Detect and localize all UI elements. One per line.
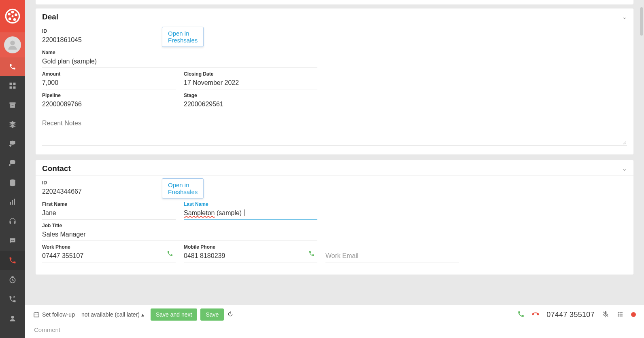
svg-point-34 [618, 315, 619, 317]
nav-dashboard[interactable] [0, 76, 25, 95]
svg-point-23 [13, 240, 14, 241]
mobile-phone-label: Mobile Phone [184, 244, 317, 250]
svg-rect-13 [10, 104, 15, 108]
svg-point-29 [620, 312, 621, 313]
deal-stage-value: 22000629561 [184, 99, 317, 111]
svg-point-4 [9, 17, 11, 20]
hangup-icon[interactable] [532, 311, 539, 319]
deal-notes-field[interactable] [42, 120, 627, 146]
set-followup-button[interactable]: Set follow-up [33, 311, 75, 318]
deal-name-label: Name [42, 50, 317, 55]
deal-pipeline-label: Pipeline [42, 93, 176, 98]
set-followup-label: Set follow-up [42, 311, 75, 318]
svg-point-35 [620, 315, 621, 317]
deal-title: Deal [42, 13, 58, 21]
content-scroll[interactable]: Deal ⌄ ID 22001861045 Open in Freshsales… [25, 0, 644, 338]
nav-chat[interactable] [0, 231, 25, 251]
work-email-input[interactable] [325, 251, 459, 262]
svg-point-36 [621, 315, 623, 317]
svg-point-25 [11, 316, 14, 319]
svg-rect-9 [13, 83, 16, 85]
open-deal-freshsales-button[interactable]: Open in Freshsales [162, 27, 204, 47]
call-mobile-phone-icon[interactable] [308, 250, 315, 258]
nav-archive[interactable] [0, 95, 25, 115]
svg-rect-11 [13, 87, 16, 89]
call-icon[interactable] [517, 311, 525, 319]
nav-db-in[interactable] [0, 134, 25, 154]
scrollbar-thumb[interactable] [640, 7, 643, 36]
work-phone-input[interactable] [42, 251, 176, 262]
deal-name-input[interactable] [42, 57, 317, 68]
mobile-phone-input[interactable] [184, 251, 317, 262]
deal-amount-input[interactable] [42, 78, 176, 89]
first-name-label: First Name [42, 201, 176, 207]
svg-point-33 [621, 313, 623, 315]
svg-point-7 [10, 41, 15, 46]
nav-phone[interactable] [0, 251, 25, 270]
work-phone-label: Work Phone [42, 244, 176, 250]
dialpad-icon[interactable] [616, 311, 624, 319]
caret-up-icon: ▴ [141, 311, 144, 318]
deal-panel: Deal ⌄ ID 22001861045 Open in Freshsales… [36, 8, 633, 154]
nav-layers[interactable] [0, 115, 25, 134]
svg-rect-10 [10, 87, 12, 89]
svg-point-3 [13, 18, 16, 21]
contact-panel: Contact ⌄ ID 22024344667 Open in Freshsa… [36, 160, 633, 275]
nav-database[interactable] [0, 173, 25, 192]
svg-point-31 [618, 313, 619, 315]
svg-point-30 [621, 312, 623, 313]
main: Deal ⌄ ID 22001861045 Open in Freshsales… [25, 0, 644, 338]
deal-amount-label: Amount [42, 71, 176, 77]
svg-point-22 [12, 240, 13, 241]
call-work-phone-icon[interactable] [167, 250, 173, 258]
svg-point-5 [8, 13, 11, 16]
svg-rect-19 [12, 200, 13, 205]
svg-rect-12 [10, 102, 16, 104]
deal-closing-label: Closing Date [184, 71, 317, 77]
save-button[interactable]: Save [200, 308, 224, 321]
comment-input[interactable] [34, 326, 635, 333]
call-footer: Set follow-up not available (call later)… [25, 305, 644, 338]
sidebar [0, 0, 25, 338]
svg-point-6 [12, 15, 14, 17]
contact-title: Contact [42, 164, 71, 173]
deal-id-value: 22001861045 [42, 35, 176, 46]
last-name-input[interactable]: Sampleton (sample) [184, 208, 317, 220]
reset-icon[interactable] [227, 311, 234, 319]
deal-closing-input[interactable] [184, 78, 317, 89]
svg-point-2 [15, 13, 17, 16]
svg-rect-14 [12, 105, 14, 106]
active-phone-number: 07447 355107 [546, 311, 595, 319]
collapse-contact-icon[interactable]: ⌄ [622, 165, 627, 172]
app-logo[interactable] [0, 0, 25, 32]
avatar[interactable] [0, 32, 25, 57]
mute-icon[interactable] [602, 311, 609, 319]
contact-id-label: ID [42, 180, 176, 186]
last-name-label: Last Name [184, 201, 317, 207]
svg-point-21 [11, 240, 12, 241]
deal-pipeline-value: 22000089766 [42, 99, 176, 111]
call-status-dropdown[interactable]: not available (call later) ▴ [78, 311, 147, 318]
open-contact-freshsales-button[interactable]: Open in Freshsales [162, 178, 204, 199]
nav-analytics[interactable] [0, 192, 25, 212]
svg-rect-18 [10, 202, 11, 205]
nav-call-log[interactable] [0, 289, 25, 309]
save-and-next-button[interactable]: Save and next [151, 308, 198, 321]
deal-id-label: ID [42, 28, 176, 34]
svg-point-32 [620, 313, 621, 315]
nav-support[interactable] [0, 212, 25, 231]
nav-db-out[interactable] [0, 154, 25, 173]
contact-id-value: 22024344667 [42, 187, 176, 198]
svg-rect-20 [14, 199, 15, 205]
nav-timer[interactable] [0, 270, 25, 289]
first-name-input[interactable] [42, 208, 176, 220]
svg-point-1 [11, 11, 14, 14]
job-title-label: Job Title [42, 223, 317, 228]
job-title-input[interactable] [42, 230, 317, 241]
nav-user[interactable] [0, 309, 25, 328]
deal-stage-label: Stage [184, 93, 317, 98]
record-indicator[interactable] [631, 312, 636, 317]
collapse-deal-icon[interactable]: ⌄ [622, 14, 627, 20]
svg-point-28 [618, 312, 619, 313]
sidebar-call-status[interactable] [0, 57, 25, 76]
